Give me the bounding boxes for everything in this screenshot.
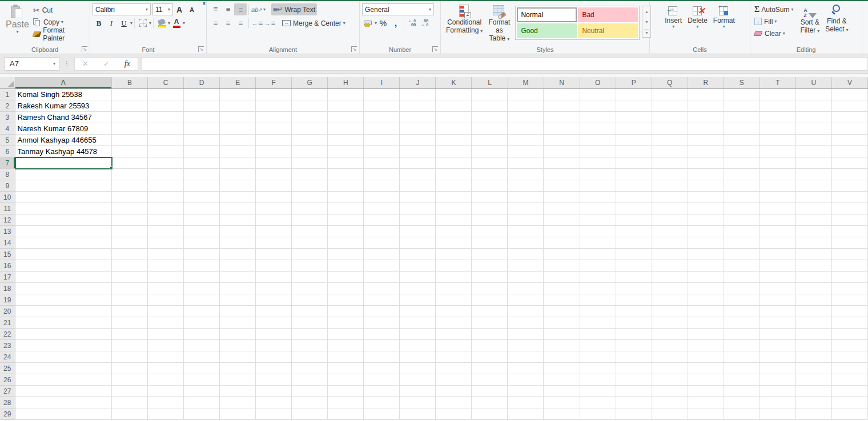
cell-C23[interactable] — [148, 340, 184, 351]
cell-M17[interactable] — [508, 272, 544, 283]
cell-B28[interactable] — [112, 397, 148, 408]
cell-H13[interactable] — [328, 226, 364, 237]
cell-T7[interactable] — [760, 157, 796, 169]
cell-O17[interactable] — [580, 272, 616, 283]
cell-M2[interactable] — [508, 100, 544, 112]
cell-M20[interactable] — [508, 306, 544, 317]
cell-L26[interactable] — [472, 374, 508, 386]
cell-Q8[interactable] — [652, 169, 688, 180]
cell-I16[interactable] — [364, 260, 400, 272]
cell-M5[interactable] — [508, 135, 544, 146]
cell-A8[interactable] — [15, 169, 112, 180]
cell-H4[interactable] — [328, 123, 364, 135]
cell-C7[interactable] — [148, 157, 184, 169]
cell-F19[interactable] — [256, 294, 292, 306]
column-header-H[interactable]: H — [328, 77, 364, 88]
cell-F7[interactable] — [256, 157, 292, 169]
cell-K14[interactable] — [436, 237, 472, 249]
cell-F29[interactable] — [256, 408, 292, 420]
insert-dropdown-arrow[interactable]: ▾ — [672, 25, 674, 29]
column-header-E[interactable]: E — [220, 77, 256, 88]
fill-color-button[interactable] — [155, 17, 168, 29]
cell-A24[interactable] — [15, 351, 112, 363]
column-header-L[interactable]: L — [472, 77, 508, 88]
cell-Q22[interactable] — [652, 329, 688, 340]
cell-R16[interactable] — [688, 260, 724, 272]
cell-H11[interactable] — [328, 203, 364, 214]
cell-T12[interactable] — [760, 214, 796, 226]
cell-G20[interactable] — [292, 306, 328, 317]
cell-O13[interactable] — [580, 226, 616, 237]
cell-T4[interactable] — [760, 123, 796, 135]
cell-I6[interactable] — [364, 146, 400, 157]
cell-G3[interactable] — [292, 112, 328, 123]
select-all-button[interactable] — [0, 77, 15, 88]
cell-D13[interactable] — [184, 226, 220, 237]
column-header-R[interactable]: R — [688, 77, 724, 88]
cell-Q19[interactable] — [652, 294, 688, 306]
cell-Q23[interactable] — [652, 340, 688, 351]
cell-V22[interactable] — [832, 329, 868, 340]
row-header-21[interactable]: 21 — [0, 317, 15, 329]
cell-N9[interactable] — [544, 180, 580, 192]
cell-K28[interactable] — [436, 397, 472, 408]
cell-D9[interactable] — [184, 180, 220, 192]
cell-B22[interactable] — [112, 329, 148, 340]
cell-P21[interactable] — [616, 317, 652, 329]
cell-M28[interactable] — [508, 397, 544, 408]
cell-B23[interactable] — [112, 340, 148, 351]
cell-P2[interactable] — [616, 100, 652, 112]
cell-style-good[interactable]: Good — [517, 23, 577, 38]
cell-P20[interactable] — [616, 306, 652, 317]
row-header-29[interactable]: 29 — [0, 408, 15, 420]
cell-R19[interactable] — [688, 294, 724, 306]
cell-K18[interactable] — [436, 283, 472, 294]
clear-button[interactable]: Clear — [753, 27, 795, 39]
cell-M16[interactable] — [508, 260, 544, 272]
cell-C14[interactable] — [148, 237, 184, 249]
column-header-O[interactable]: O — [580, 77, 616, 88]
cell-K6[interactable] — [436, 146, 472, 157]
cell-U17[interactable] — [796, 272, 832, 283]
cell-V21[interactable] — [832, 317, 868, 329]
cell-E14[interactable] — [220, 237, 256, 249]
name-box-dropdown-icon[interactable]: ▾ — [53, 61, 55, 66]
cell-L1[interactable] — [472, 89, 508, 100]
row-header-16[interactable]: 16 — [0, 260, 15, 272]
cell-U5[interactable] — [796, 135, 832, 146]
cell-V8[interactable] — [832, 169, 868, 180]
cell-R24[interactable] — [688, 351, 724, 363]
cell-P25[interactable] — [616, 363, 652, 374]
cell-R3[interactable] — [688, 112, 724, 123]
cell-C5[interactable] — [148, 135, 184, 146]
cell-U13[interactable] — [796, 226, 832, 237]
cell-I18[interactable] — [364, 283, 400, 294]
cell-O27[interactable] — [580, 386, 616, 397]
cell-I23[interactable] — [364, 340, 400, 351]
cell-L23[interactable] — [472, 340, 508, 351]
cell-I12[interactable] — [364, 214, 400, 226]
cell-O18[interactable] — [580, 283, 616, 294]
accounting-format-button[interactable] — [362, 17, 375, 29]
cell-R27[interactable] — [688, 386, 724, 397]
cell-I27[interactable] — [364, 386, 400, 397]
cell-G16[interactable] — [292, 260, 328, 272]
cell-N6[interactable] — [544, 146, 580, 157]
cell-L5[interactable] — [472, 135, 508, 146]
cell-C6[interactable] — [148, 146, 184, 157]
cell-G4[interactable] — [292, 123, 328, 135]
cell-U25[interactable] — [796, 363, 832, 374]
cell-R15[interactable] — [688, 249, 724, 260]
format-dropdown-arrow[interactable]: ▾ — [723, 25, 725, 29]
cell-T28[interactable] — [760, 397, 796, 408]
cell-L24[interactable] — [472, 351, 508, 363]
cell-T3[interactable] — [760, 112, 796, 123]
cell-N12[interactable] — [544, 214, 580, 226]
cell-J20[interactable] — [400, 306, 436, 317]
cell-V9[interactable] — [832, 180, 868, 192]
cell-P26[interactable] — [616, 374, 652, 386]
cell-K26[interactable] — [436, 374, 472, 386]
formula-bar-resize-handle[interactable]: ⋮ — [63, 60, 70, 67]
cell-K17[interactable] — [436, 272, 472, 283]
cell-S4[interactable] — [724, 123, 760, 135]
